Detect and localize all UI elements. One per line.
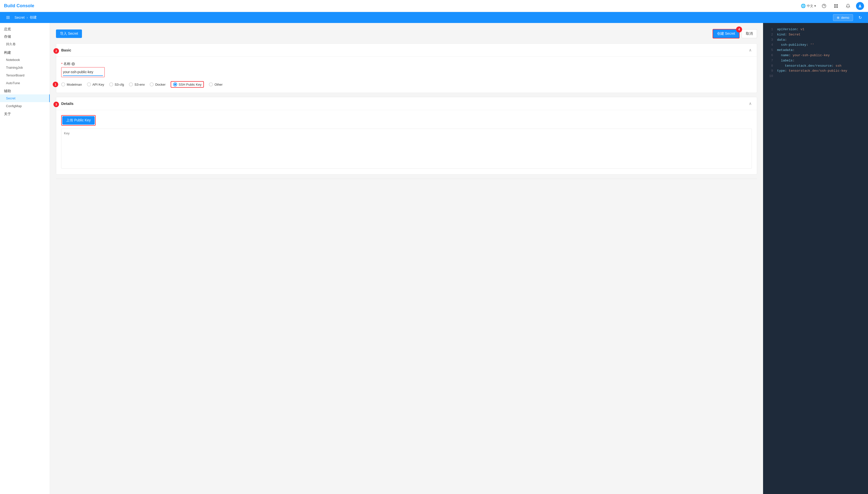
header-actions: ⊕ demo ↻ (833, 14, 864, 21)
main-layout: 总览 存储 持久卷 构建 Notebook TrainingJob Tensor… (0, 23, 868, 494)
name-input[interactable] (63, 69, 103, 76)
radio-circle-other (209, 82, 213, 87)
step3-badge: 3 (54, 102, 59, 107)
yaml-num-8: 8 (768, 63, 773, 69)
upload-public-key-button[interactable]: 上传 Public Key (62, 116, 95, 125)
grid-icon[interactable] (832, 2, 840, 10)
cancel-button[interactable]: 取消 (741, 29, 757, 38)
required-star: * (61, 62, 62, 66)
radio-s3cfg[interactable]: S3-cfg (109, 82, 124, 87)
yaml-num-10: 10 (768, 74, 773, 79)
lang-label: 中文 (807, 4, 813, 8)
yaml-num-2: 2 (768, 32, 773, 37)
sidebar-item-autotune[interactable]: AutoTune (0, 79, 50, 87)
svg-rect-5 (836, 6, 838, 7)
secret-type-radio-group: Modelman API Key S3-cfg (61, 81, 752, 88)
menu-icon[interactable] (4, 14, 12, 21)
radio-label-docker: Docker (155, 83, 165, 87)
collapse-basic-icon[interactable]: ∧ (749, 48, 752, 53)
user-circle-icon: ⊕ (837, 16, 839, 19)
details-title: Details (61, 101, 73, 106)
header-right: 🌐 中文 ▾ (801, 2, 864, 10)
radio-circle-docker (150, 82, 154, 87)
svg-rect-3 (836, 4, 838, 5)
sidebar-item-secret[interactable]: Secret (0, 94, 50, 102)
yaml-num-4: 4 (768, 42, 773, 48)
svg-rect-4 (834, 6, 835, 7)
radio-s3env[interactable]: S3-env (129, 82, 145, 87)
radio-label-ssh-public-key: SSH Public Key (178, 83, 202, 87)
yaml-line-9: 9 type: tensorstack.dev/ssh-public-key (768, 69, 863, 74)
radio-circle-s3env (129, 82, 133, 87)
collapse-details-icon[interactable]: ∧ (749, 101, 752, 106)
radio-label-s3env: S3-env (134, 83, 145, 87)
radio-circle-ssh-public-key (173, 82, 177, 87)
radio-apikey[interactable]: API Key (87, 82, 104, 87)
name-info-icon[interactable]: i (72, 62, 75, 66)
details-section-body: 上传 Public Key (56, 110, 757, 174)
radio-modelman[interactable]: Modelman (61, 82, 82, 87)
yaml-num-6: 6 (768, 53, 773, 58)
radio-circle-modelman (61, 82, 65, 87)
sidebar-item-tensorboard[interactable]: TensorBoard (0, 72, 50, 79)
breadcrumb: Secret › 创建 (15, 15, 37, 20)
refresh-icon[interactable]: ↻ (856, 14, 864, 21)
basic-section-body: * 名称 i 1 (56, 57, 757, 93)
demo-label: demo (841, 16, 849, 19)
yaml-num-3: 3 (768, 37, 773, 43)
radio-label-s3cfg: S3-cfg (115, 83, 124, 87)
yaml-content-2: kind: Secret (777, 32, 800, 37)
yaml-num-5: 5 (768, 48, 773, 53)
yaml-line-8: 8 tensorstack.dev/resource: ssh (768, 63, 863, 69)
avatar[interactable] (856, 2, 864, 10)
yaml-content-5: metadata: (777, 48, 795, 53)
radio-ssh-public-key[interactable]: SSH Public Key (171, 81, 204, 88)
yaml-line-10: 10 (768, 74, 863, 79)
create-secret-button[interactable]: 创建 Secret (713, 29, 740, 38)
demo-button[interactable]: ⊕ demo (833, 14, 853, 21)
help-icon[interactable] (820, 2, 828, 10)
name-field-group: * 名称 i (61, 62, 752, 77)
yaml-content-3: data: (777, 37, 787, 43)
svg-rect-2 (834, 4, 835, 5)
yaml-content-6: name: your-ssh-public-key (777, 53, 830, 58)
radio-circle-apikey (87, 82, 91, 87)
form-top-actions: 导入 Secret 创建 Secret 4 取消 (56, 29, 757, 38)
sidebar-item-configmap[interactable]: ConfigMap (0, 102, 50, 110)
sidebar: 总览 存储 持久卷 构建 Notebook TrainingJob Tensor… (0, 23, 50, 494)
sidebar-section-overview[interactable]: 总览 (0, 25, 50, 33)
lang-switcher[interactable]: 🌐 中文 ▾ (801, 3, 816, 8)
top-header: Build Console 🌐 中文 ▾ (0, 0, 868, 12)
content-area: 导入 Secret 创建 Secret 4 取消 2 Basic ∧ (50, 23, 868, 494)
yaml-line-5: 5 metadata: (768, 48, 863, 53)
name-label: 名称 (63, 62, 71, 66)
radio-label-modelman: Modelman (67, 83, 82, 87)
details-section-header: Details ∧ (56, 97, 757, 110)
yaml-line-4: 4 ssh-publickey: '' (768, 42, 863, 48)
step4-badge: 4 (736, 26, 742, 33)
sidebar-section-build: 构建 (0, 49, 50, 56)
yaml-content-9: type: tensorstack.dev/ssh-public-key (777, 69, 847, 74)
sidebar-section-about[interactable]: 关于 (0, 110, 50, 117)
breadcrumb-create: 创建 (30, 15, 37, 20)
bell-icon[interactable] (844, 2, 852, 10)
radio-label-apikey: API Key (92, 83, 104, 87)
sidebar-item-notebook[interactable]: Notebook (0, 56, 50, 64)
form-panel: 导入 Secret 创建 Secret 4 取消 2 Basic ∧ (50, 23, 763, 494)
radio-label-other: Other (214, 83, 223, 87)
sidebar-item-persistent-volume[interactable]: 持久卷 (0, 40, 50, 49)
svg-point-6 (859, 4, 861, 6)
translate-icon: 🌐 (801, 3, 806, 8)
breadcrumb-secret[interactable]: Secret (15, 16, 24, 19)
radio-other[interactable]: Other (209, 82, 223, 87)
sidebar-item-trainingjob[interactable]: TrainingJob (0, 64, 50, 72)
yaml-line-3: 3 data: (768, 37, 863, 43)
key-textarea[interactable] (61, 129, 752, 169)
radio-circle-s3cfg (109, 82, 113, 87)
app-title: Build Console (4, 3, 34, 8)
chevron-down-icon: ▾ (814, 4, 816, 8)
radio-docker[interactable]: Docker (150, 82, 165, 87)
yaml-content-7: labels: (777, 58, 795, 63)
import-secret-button[interactable]: 导入 Secret (56, 30, 82, 38)
upload-btn-wrapper: 上传 Public Key (61, 115, 96, 126)
